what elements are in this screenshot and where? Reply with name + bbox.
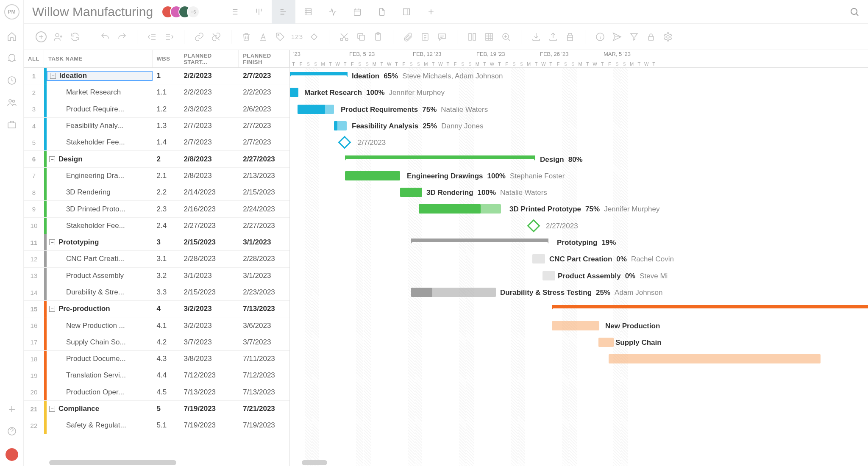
view-board-icon[interactable] [247,0,271,24]
copy-icon[interactable] [356,31,367,42]
task-name-cell[interactable]: Product Require... [47,105,153,114]
task-row[interactable]: 18Product Docume...4.33/8/20237/11/2023 [24,351,289,367]
task-name-cell[interactable]: −Pre-production [47,305,153,313]
summary-bar[interactable] [345,155,535,159]
col-planned-finish[interactable]: PLANNED FINISH [239,50,289,67]
summary-bar[interactable] [411,239,548,242]
task-row[interactable]: 16New Production ...4.13/2/20233/6/2023 [24,317,289,334]
task-name-cell[interactable]: −Design [47,155,153,164]
view-gantt-icon[interactable] [272,0,295,24]
task-name-cell[interactable]: Product Assembly [47,272,153,280]
unlink-icon[interactable] [211,31,222,42]
app-logo[interactable]: PM [4,4,19,19]
task-name-cell[interactable]: Feasibility Analy... [47,122,153,130]
home-icon[interactable] [7,31,17,42]
attach-icon[interactable] [403,31,414,42]
send-icon[interactable] [612,31,623,42]
col-task-name[interactable]: TASK NAME [44,50,153,67]
paste-icon[interactable] [373,31,384,42]
task-row[interactable]: 20Production Oper...4.57/13/20237/13/202… [24,384,289,401]
task-name-cell[interactable]: Product Docume... [47,355,153,363]
task-name-cell[interactable]: 3D Printed Proto... [47,205,153,214]
people-icon[interactable] [7,97,17,108]
task-bar[interactable] [598,338,614,347]
settings-icon[interactable] [662,31,673,42]
number-format-icon[interactable]: 123 [292,31,303,42]
task-name-cell[interactable]: Stakeholder Fee... [47,222,153,230]
milestone-icon[interactable] [309,31,320,42]
task-name-cell[interactable]: Engineering Dra... [47,172,153,180]
task-row[interactable]: 14Durability & Stre...3.32/15/20232/23/2… [24,284,289,301]
filter-icon[interactable] [629,31,640,42]
gantt-chart[interactable]: '23FEB, 5 '23FEB, 12 '23FEB, 19 '23FEB, … [290,50,868,466]
plus-icon[interactable] [7,404,17,414]
outdent-icon[interactable] [147,31,158,42]
task-name-cell[interactable]: Stakeholder Fee... [47,138,153,147]
task-bar[interactable] [345,171,400,180]
member-avatars[interactable]: +6 [161,6,200,18]
task-row[interactable]: 13Product Assembly3.23/1/20233/1/2023 [24,268,289,284]
task-name-cell[interactable]: Translation Servi... [47,371,153,380]
export-icon[interactable] [548,31,559,42]
task-row[interactable]: 12CNC Part Creati...3.12/28/20232/28/202… [24,251,289,267]
cut-icon[interactable] [339,31,350,42]
task-row[interactable]: 17Supply Chain So...4.23/7/20233/7/2023 [24,334,289,351]
columns-icon[interactable] [467,31,478,42]
task-row[interactable]: 6−Design22/8/20232/27/2023 [24,151,289,167]
collapse-icon[interactable]: − [49,406,55,412]
task-bar[interactable] [542,271,555,280]
task-name-cell[interactable]: 3D Rendering [47,188,153,197]
assign-icon[interactable] [53,31,64,42]
task-name-cell[interactable]: Durability & Stre... [47,288,153,297]
task-row[interactable]: 15−Pre-production43/2/20237/13/2023 [24,301,289,317]
view-file-icon[interactable] [370,0,394,24]
summary-bar[interactable] [552,305,868,308]
task-bar[interactable] [290,88,298,97]
trash-icon[interactable] [241,31,252,42]
task-row[interactable]: 7Engineering Dra...2.12/8/20232/13/2023 [24,168,289,184]
clock-icon[interactable] [7,75,17,86]
collapse-icon[interactable]: − [50,73,56,79]
undo-icon[interactable] [100,31,111,42]
task-row[interactable]: 21−Compliance57/19/20237/21/2023 [24,401,289,417]
grid-icon[interactable] [484,31,495,42]
collapse-icon[interactable]: − [49,306,55,312]
indent-icon[interactable] [164,31,175,42]
view-add-icon[interactable] [419,0,443,24]
task-bar[interactable] [609,354,821,363]
task-row[interactable]: 1−Ideation12/2/20232/7/2023 [24,68,289,84]
text-color-icon[interactable] [258,31,269,42]
task-row[interactable]: 4Feasibility Analy...1.32/7/20232/7/2023 [24,118,289,134]
print-icon[interactable] [565,31,576,42]
briefcase-icon[interactable] [7,119,17,130]
view-list-icon[interactable] [223,0,246,24]
select-all-button[interactable]: ALL [24,50,44,67]
task-name-cell[interactable]: −Ideation [47,71,153,81]
task-name-cell[interactable]: Supply Chain So... [47,338,153,347]
collapse-icon[interactable]: − [49,239,55,245]
task-row[interactable]: 10Stakeholder Fee...2.42/27/20232/27/202… [24,218,289,234]
task-name-cell[interactable]: −Compliance [47,405,153,413]
notes-icon[interactable] [420,31,431,42]
help-icon[interactable] [7,426,17,436]
task-name-cell[interactable]: New Production ... [47,322,153,330]
task-row[interactable]: 22Safety & Regulat...5.17/19/20237/19/20… [24,417,289,434]
redo-icon[interactable] [117,31,128,42]
add-task-icon[interactable]: + [36,31,47,42]
import-icon[interactable] [531,31,542,42]
task-name-cell[interactable]: −Prototyping [47,238,153,247]
summary-bar[interactable] [290,72,348,75]
collapse-icon[interactable]: − [49,156,55,162]
task-row[interactable]: 2Market Research1.12/2/20232/2/2023 [24,84,289,101]
comment-icon[interactable] [437,31,448,42]
search-icon[interactable] [849,7,860,17]
milestone-marker[interactable] [338,136,351,149]
task-name-cell[interactable]: Market Research [47,88,153,97]
task-row[interactable]: 3Product Require...1.22/3/20232/6/2023 [24,101,289,118]
avatar-more[interactable]: +6 [187,6,200,18]
gantt-scrollbar[interactable] [302,460,327,465]
task-row[interactable]: 83D Rendering2.22/14/20232/15/2023 [24,184,289,201]
task-row[interactable]: 5Stakeholder Fee...1.42/7/20232/7/2023 [24,134,289,151]
link-icon[interactable] [194,31,205,42]
grid-scrollbar[interactable] [49,460,176,465]
